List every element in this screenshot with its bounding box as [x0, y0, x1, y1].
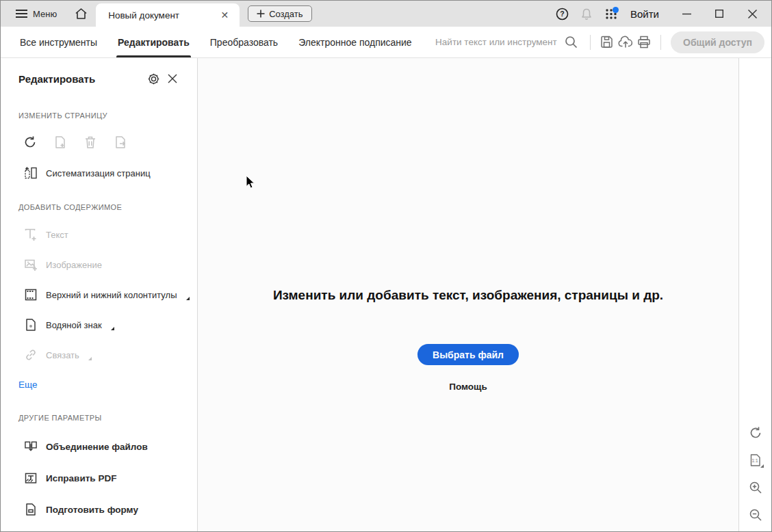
hamburger-icon [16, 9, 27, 18]
link-item[interactable]: Связать [1, 348, 197, 362]
tab-esign[interactable]: Электронное подписание [290, 27, 420, 57]
divider [660, 35, 661, 50]
trash-icon [84, 135, 96, 149]
help-link[interactable]: Помощь [449, 382, 487, 392]
zoom-out-button[interactable] [747, 507, 764, 523]
document-tab[interactable]: Новый документ ✕ [96, 3, 240, 27]
actual-size-button[interactable]: 1:1 [747, 452, 764, 468]
zoom-out-icon [749, 508, 762, 522]
toolbar-tabs: Все инструменты Редактировать Преобразов… [12, 27, 420, 57]
svg-text:1:1: 1:1 [751, 458, 758, 463]
home-button[interactable] [66, 1, 96, 27]
submenu-corner-icon [760, 464, 764, 468]
more-link[interactable]: Еще [1, 380, 37, 390]
submenu-corner-icon [186, 297, 190, 300]
main-area: Редактировать ИЗМЕНИТЬ СТРАНИЦУ [1, 58, 771, 531]
prepare-form-item[interactable]: Подготовить форму [1, 503, 197, 516]
add-text-icon [24, 228, 38, 241]
insert-page-button[interactable] [53, 135, 68, 150]
plus-icon [257, 10, 265, 18]
add-image-item[interactable]: Изображение [1, 258, 197, 271]
section-other-options: ДРУГИЕ ПАРАМЕТРЫ [1, 414, 197, 422]
watermark-label: Водяной знак [46, 320, 102, 330]
save-icon [600, 36, 613, 49]
zoom-in-button[interactable] [747, 479, 764, 496]
gear-icon [147, 72, 160, 85]
right-toolbar: 1:1 [738, 58, 771, 531]
tab-convert[interactable]: Преобразовать [202, 27, 286, 57]
panel-close-button[interactable] [163, 69, 182, 88]
tab-all-tools[interactable]: Все инструменты [12, 27, 105, 57]
rotate-icon [23, 135, 37, 149]
panel-header: Редактировать [1, 69, 197, 88]
choose-file-button[interactable]: Выбрать файл [417, 344, 519, 365]
fix-pdf-icon [24, 471, 38, 485]
edit-panel: Редактировать ИЗМЕНИТЬ СТРАНИЦУ [1, 58, 198, 531]
add-image-icon [24, 258, 38, 271]
tab-close-icon[interactable]: ✕ [218, 9, 231, 21]
add-text-item[interactable]: Текст [1, 228, 197, 241]
svg-text:?: ? [560, 10, 564, 18]
maximize-button[interactable] [704, 1, 734, 27]
minimize-button[interactable] [671, 1, 702, 27]
mouse-cursor [246, 175, 257, 190]
create-button[interactable]: Создать [248, 5, 311, 22]
watermark-icon [24, 318, 38, 332]
upload-cloud-button[interactable] [616, 31, 635, 53]
rotate-view-button[interactable] [747, 425, 764, 441]
delete-page-button[interactable] [83, 135, 98, 150]
section-modify-page: ИЗМЕНИТЬ СТРАНИЦУ [1, 111, 197, 120]
document-tab-title: Новый документ [108, 10, 218, 21]
share-button[interactable]: Общий доступ [671, 31, 764, 53]
create-label: Создать [269, 9, 303, 19]
notification-dot [613, 7, 619, 13]
extract-page-icon [114, 135, 127, 149]
rotate-page-button[interactable] [23, 135, 38, 150]
rotate-view-icon [749, 426, 762, 440]
close-icon [748, 10, 757, 18]
submenu-corner-icon [88, 357, 92, 360]
panel-close-icon [168, 74, 177, 83]
watermark-item[interactable]: Водяной знак [1, 318, 197, 332]
combine-files-item[interactable]: Объединение файлов [1, 440, 197, 453]
tab-edit[interactable]: Редактировать [110, 27, 198, 57]
organize-pages-item[interactable]: Систематизация страниц [1, 166, 197, 180]
header-footer-label: Верхний и нижний колонтитулы [46, 290, 177, 300]
close-button[interactable] [737, 1, 767, 27]
save-button[interactable] [597, 31, 616, 53]
combine-files-icon [24, 440, 38, 453]
search-icon[interactable] [560, 31, 583, 53]
submenu-corner-icon [111, 327, 114, 330]
notifications-button[interactable] [576, 3, 597, 25]
organize-pages-icon [24, 166, 38, 180]
help-button[interactable]: ? [551, 3, 573, 25]
sign-in-button[interactable]: Войти [625, 8, 669, 20]
print-button[interactable] [635, 31, 654, 53]
panel-title: Редактировать [18, 73, 144, 85]
search-box [420, 31, 583, 53]
titlebar-right: ? Войти [551, 1, 771, 27]
menu-button[interactable]: Меню [10, 1, 62, 27]
minimize-icon [682, 10, 691, 18]
insert-page-icon [54, 135, 67, 149]
zoom-in-icon [749, 481, 762, 494]
titlebar-left: Меню [1, 1, 96, 27]
app-window: Меню Новый документ ✕ Создать ? [0, 0, 772, 532]
upload-cloud-icon [618, 36, 633, 49]
home-icon [75, 8, 88, 20]
app-switcher-button[interactable] [600, 3, 622, 25]
empty-state-heading: Изменить или добавить текст, изображения… [273, 288, 663, 303]
fix-pdf-item[interactable]: Исправить PDF [1, 471, 197, 485]
document-area: Изменить или добавить текст, изображения… [198, 58, 738, 531]
prepare-form-icon [24, 503, 38, 516]
add-image-label: Изображение [46, 260, 102, 270]
panel-settings-button[interactable] [144, 69, 163, 88]
link-icon [24, 348, 38, 362]
extract-page-button[interactable] [113, 135, 128, 150]
header-footer-item[interactable]: Верхний и нижний колонтитулы [1, 288, 197, 302]
help-icon: ? [556, 8, 569, 21]
menu-label: Меню [33, 9, 57, 19]
maximize-icon [715, 10, 723, 18]
search-input[interactable] [420, 37, 557, 47]
divider [590, 35, 591, 50]
